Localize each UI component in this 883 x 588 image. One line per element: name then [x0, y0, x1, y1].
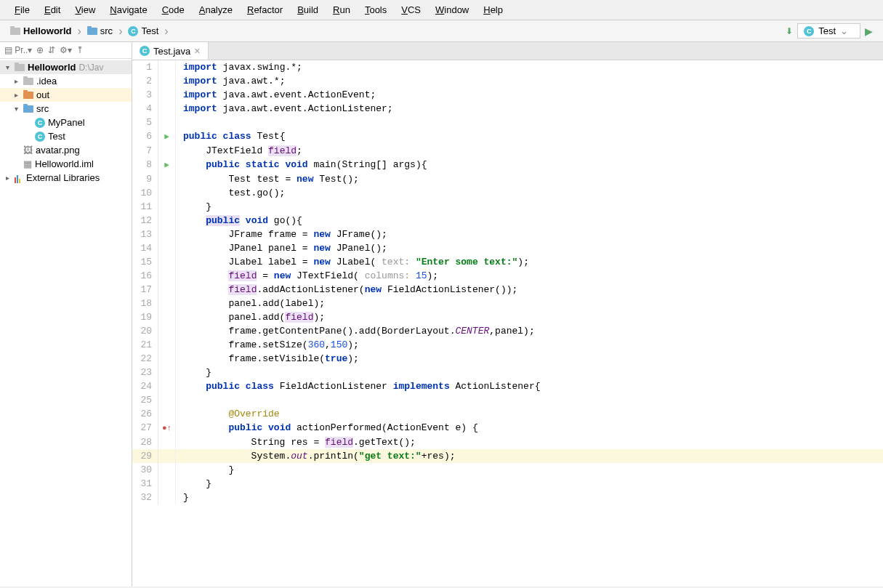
code-line[interactable]: 1import javax.swing.*; — [132, 60, 883, 74]
hide-icon[interactable]: ⤒ — [76, 45, 84, 55]
code-content[interactable]: panel.add(field); — [176, 310, 883, 324]
line-number[interactable]: 6 — [132, 129, 158, 144]
line-number[interactable]: 25 — [132, 393, 158, 407]
code-line[interactable]: 19 panel.add(field); — [132, 310, 883, 324]
code-content[interactable]: JLabel label = new JLabel( text: "Enter … — [176, 255, 883, 269]
gutter-marker[interactable] — [158, 241, 176, 255]
line-number[interactable]: 29 — [132, 449, 158, 463]
collapse-icon[interactable]: ⇵ — [48, 45, 55, 55]
code-line[interactable]: 26 @Override — [132, 407, 883, 421]
code-content[interactable]: } — [176, 477, 883, 491]
code-line[interactable]: 16 field = new JTextField( columns: 15); — [132, 269, 883, 283]
line-number[interactable]: 7 — [132, 144, 158, 158]
line-number[interactable]: 21 — [132, 338, 158, 352]
gutter-marker[interactable] — [158, 324, 176, 338]
code-content[interactable]: import java.awt.event.ActionEvent; — [176, 88, 883, 102]
gutter-marker[interactable]: ▶ — [158, 129, 176, 144]
code-content[interactable]: } — [176, 463, 883, 477]
menu-vcs[interactable]: VCS — [394, 3, 428, 17]
code-content[interactable]: System.out.println("get text:"+res); — [176, 449, 883, 463]
code-content[interactable]: JPanel panel = new JPanel(); — [176, 241, 883, 255]
line-number[interactable]: 31 — [132, 477, 158, 491]
run-button[interactable]: ▶ — [865, 25, 873, 37]
code-line[interactable]: 5 — [132, 116, 883, 129]
line-number[interactable]: 10 — [132, 186, 158, 200]
menu-help[interactable]: Help — [476, 3, 510, 17]
breadcrumb-project[interactable]: Helloworld — [6, 24, 76, 38]
code-line[interactable]: 29 System.out.println("get text:"+res); — [132, 449, 883, 463]
gutter-marker[interactable]: ●↑ — [158, 421, 176, 435]
code-content[interactable]: Test test = new Test(); — [176, 172, 883, 186]
line-number[interactable]: 30 — [132, 463, 158, 477]
editor-tab-test[interactable]: C Test.java × — [132, 42, 209, 60]
gutter-marker[interactable] — [158, 463, 176, 477]
tree-test[interactable]: C Test — [0, 129, 132, 143]
line-number[interactable]: 8 — [132, 158, 158, 172]
download-icon[interactable]: ⬇ — [786, 26, 793, 36]
gutter-marker[interactable] — [158, 283, 176, 297]
code-content[interactable]: public void go(){ — [176, 214, 883, 227]
gutter-marker[interactable] — [158, 255, 176, 269]
expand-icon[interactable]: ⊕ — [36, 45, 44, 55]
gutter-marker[interactable] — [158, 297, 176, 310]
tree-idea[interactable]: ▸ .idea — [0, 74, 132, 88]
chevron-right-icon[interactable]: ▸ — [3, 174, 12, 182]
line-number[interactable]: 16 — [132, 269, 158, 283]
gutter-marker[interactable]: ▶ — [158, 158, 176, 172]
code-line[interactable]: 10 test.go(); — [132, 186, 883, 200]
breadcrumb-folder[interactable]: src — [83, 24, 117, 38]
gutter-marker[interactable] — [158, 491, 176, 504]
code-content[interactable]: public static void main(String[] args){ — [176, 158, 883, 172]
line-number[interactable]: 19 — [132, 310, 158, 324]
code-line[interactable]: 3import java.awt.event.ActionEvent; — [132, 88, 883, 102]
gutter-marker[interactable] — [158, 407, 176, 421]
code-content[interactable]: test.go(); — [176, 186, 883, 200]
breadcrumb-file[interactable]: C Test — [124, 24, 163, 38]
code-content[interactable]: JFrame frame = new JFrame(); — [176, 227, 883, 241]
line-number[interactable]: 20 — [132, 324, 158, 338]
menu-analyze[interactable]: Analyze — [192, 3, 240, 17]
tree-external-libraries[interactable]: ▸ External Libraries — [0, 171, 132, 185]
code-content[interactable]: } — [176, 200, 883, 214]
run-config-select[interactable]: C Test ⌄ — [797, 23, 860, 39]
code-line[interactable]: 15 JLabel label = new JLabel( text: "Ent… — [132, 255, 883, 269]
gutter-marker[interactable] — [158, 477, 176, 491]
line-number[interactable]: 17 — [132, 283, 158, 297]
code-line[interactable]: 28 String res = field.getText(); — [132, 435, 883, 449]
code-content[interactable] — [176, 116, 883, 129]
code-content[interactable]: frame.setSize(360,150); — [176, 338, 883, 352]
tree-avatar[interactable]: 🖼 avatar.png — [0, 143, 132, 157]
code-line[interactable]: 21 frame.setSize(360,150); — [132, 338, 883, 352]
line-number[interactable]: 11 — [132, 200, 158, 214]
gutter-marker[interactable] — [158, 338, 176, 352]
gear-icon[interactable]: ⚙▾ — [60, 45, 72, 55]
code-content[interactable]: panel.add(label); — [176, 297, 883, 310]
code-content[interactable]: } — [176, 491, 883, 504]
line-number[interactable]: 3 — [132, 88, 158, 102]
line-number[interactable]: 26 — [132, 407, 158, 421]
gutter-marker[interactable] — [158, 172, 176, 186]
gutter-marker[interactable] — [158, 310, 176, 324]
line-number[interactable]: 14 — [132, 241, 158, 255]
code-content[interactable]: field.addActionListener(new FieldActionL… — [176, 283, 883, 297]
code-line[interactable]: 20 frame.getContentPane().add(BorderLayo… — [132, 324, 883, 338]
chevron-down-icon[interactable]: ▾ — [12, 105, 20, 113]
code-line[interactable]: 14 JPanel panel = new JPanel(); — [132, 241, 883, 255]
gutter-marker[interactable] — [158, 200, 176, 214]
code-line[interactable]: 13 JFrame frame = new JFrame(); — [132, 227, 883, 241]
chevron-right-icon[interactable]: ▸ — [12, 77, 20, 85]
menu-navigate[interactable]: Navigate — [102, 3, 154, 17]
code-content[interactable]: import javax.swing.*; — [176, 60, 883, 74]
gutter-marker[interactable] — [158, 435, 176, 449]
code-line[interactable]: 18 panel.add(label); — [132, 297, 883, 310]
code-line[interactable]: 4import java.awt.event.ActionListener; — [132, 102, 883, 116]
line-number[interactable]: 4 — [132, 102, 158, 116]
line-number[interactable]: 22 — [132, 352, 158, 366]
chevron-right-icon[interactable]: ▸ — [12, 91, 20, 99]
code-line[interactable]: 22 frame.setVisible(true); — [132, 352, 883, 366]
code-line[interactable]: 23 } — [132, 366, 883, 379]
code-line[interactable]: 31 } — [132, 477, 883, 491]
code-line[interactable]: 25 — [132, 393, 883, 407]
menu-refactor[interactable]: Refactor — [240, 3, 290, 17]
code-content[interactable]: public class FieldActionListener impleme… — [176, 379, 883, 393]
